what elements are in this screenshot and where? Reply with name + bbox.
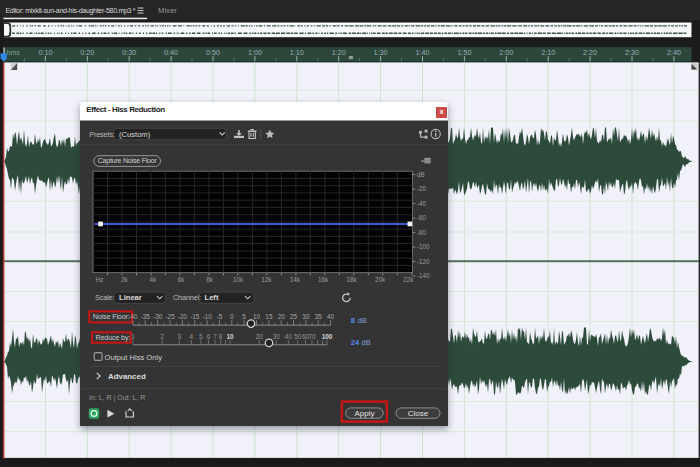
svg-text:dB: dB (417, 171, 425, 178)
svg-text:Apply: Apply (354, 409, 374, 418)
svg-text:5: 5 (199, 333, 203, 340)
svg-text:40: 40 (327, 313, 335, 320)
svg-text:10: 10 (226, 333, 234, 340)
svg-text:Advanced: Advanced (108, 372, 146, 381)
svg-text:20: 20 (256, 333, 264, 340)
svg-text:dB: dB (358, 316, 367, 325)
svg-text:Reduce by:: Reduce by: (95, 333, 130, 342)
svg-text:3: 3 (178, 333, 182, 340)
svg-text:Hz: Hz (96, 276, 104, 283)
svg-text:6: 6 (207, 333, 211, 340)
svg-text:30: 30 (273, 333, 281, 340)
svg-text:20: 20 (278, 313, 286, 320)
svg-text:-25: -25 (165, 313, 175, 320)
svg-text:0: 0 (230, 313, 234, 320)
svg-text:7: 7 (213, 333, 217, 340)
svg-text:-20: -20 (417, 185, 427, 192)
svg-text:-15: -15 (190, 313, 200, 320)
svg-text:4: 4 (190, 333, 194, 340)
svg-text:2: 2 (160, 333, 164, 340)
svg-text:-40: -40 (417, 200, 427, 207)
svg-text:Noise Floor:: Noise Floor: (93, 312, 130, 321)
svg-text:16k: 16k (318, 276, 329, 283)
svg-text:40: 40 (285, 333, 293, 340)
svg-text:35: 35 (315, 313, 323, 320)
svg-text:Presets:: Presets: (89, 130, 115, 139)
svg-text:Capture Noise Floor: Capture Noise Floor (98, 157, 158, 165)
svg-text:-20: -20 (178, 313, 188, 320)
svg-text:Close: Close (408, 409, 429, 418)
svg-text:25: 25 (290, 313, 298, 320)
svg-text:8k: 8k (206, 276, 214, 283)
svg-text:5: 5 (242, 313, 246, 320)
svg-text:Linear: Linear (119, 293, 142, 302)
svg-text:-120: -120 (417, 258, 430, 265)
svg-text:dB: dB (362, 338, 371, 347)
svg-text:-140: -140 (417, 272, 430, 279)
svg-text:In: L, R | Out: L, R: In: L, R | Out: L, R (89, 394, 145, 402)
svg-text:8: 8 (351, 316, 355, 325)
svg-text:14k: 14k (290, 276, 301, 283)
svg-text:10k: 10k (233, 276, 244, 283)
svg-text:-30: -30 (153, 313, 163, 320)
svg-text:4k: 4k (149, 276, 157, 283)
svg-text:-5: -5 (217, 313, 223, 320)
svg-text:8: 8 (219, 333, 223, 340)
svg-text:22k: 22k (403, 276, 414, 283)
svg-text:-80: -80 (417, 229, 427, 236)
svg-text:12k: 12k (261, 276, 272, 283)
svg-text:6k: 6k (178, 276, 186, 283)
svg-text:-100: -100 (417, 243, 430, 250)
svg-text:Output Hiss Only: Output Hiss Only (105, 353, 163, 362)
svg-text:-40: -40 (128, 313, 138, 320)
svg-text:50: 50 (294, 333, 302, 340)
svg-text:24: 24 (351, 338, 360, 347)
svg-text:2k: 2k (121, 276, 129, 283)
svg-text:30: 30 (302, 313, 310, 320)
svg-text:Scale:: Scale: (95, 293, 115, 302)
svg-text:100: 100 (322, 333, 333, 340)
svg-text:Channel:: Channel: (173, 293, 201, 302)
svg-text:Left: Left (205, 293, 219, 302)
svg-text:20k: 20k (375, 276, 386, 283)
svg-text:18k: 18k (347, 276, 358, 283)
svg-text:10: 10 (253, 313, 261, 320)
svg-text:15: 15 (265, 313, 273, 320)
svg-text:-35: -35 (141, 313, 151, 320)
svg-text:1: 1 (131, 333, 135, 340)
svg-text:70: 70 (308, 333, 316, 340)
svg-text:(Custom): (Custom) (119, 130, 151, 139)
svg-text:-60: -60 (417, 214, 427, 221)
svg-text:-10: -10 (202, 313, 212, 320)
